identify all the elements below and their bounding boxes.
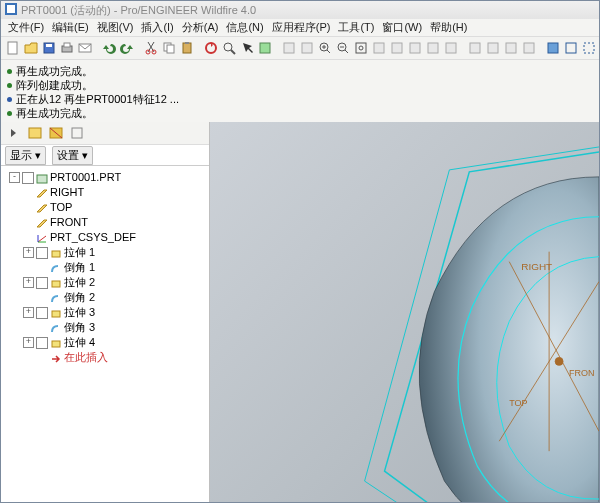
window1-icon[interactable] xyxy=(467,39,483,57)
zoom-out-icon[interactable] xyxy=(335,39,351,57)
svg-rect-53 xyxy=(52,341,60,347)
menu-edit[interactable]: 编辑(E) xyxy=(49,20,92,35)
print-icon[interactable] xyxy=(59,39,75,57)
tree-label: FRONT xyxy=(50,215,88,230)
expander-icon[interactable]: + xyxy=(23,277,34,288)
tree-node[interactable]: FRONT xyxy=(3,215,207,230)
insert-icon xyxy=(50,353,62,363)
tree-label: 拉伸 2 xyxy=(64,275,95,290)
tree-node[interactable]: +拉伸 2 xyxy=(3,275,207,290)
menu-insert[interactable]: 插入(I) xyxy=(138,20,176,35)
tree-hide-icon[interactable] xyxy=(47,124,65,142)
tree-node[interactable]: RIGHT xyxy=(3,185,207,200)
cut-icon[interactable] xyxy=(143,39,159,57)
wireframe-icon[interactable] xyxy=(563,39,579,57)
bullet-icon xyxy=(7,97,12,102)
svg-rect-19 xyxy=(302,43,312,53)
csys-icon xyxy=(36,233,48,243)
message-line: 再生成功完成。 xyxy=(7,106,593,120)
checkbox[interactable] xyxy=(22,172,34,184)
expander-icon[interactable]: + xyxy=(23,247,34,258)
checkbox[interactable] xyxy=(36,307,48,319)
paste-icon[interactable] xyxy=(179,39,195,57)
bullet-icon xyxy=(7,69,12,74)
tree-label: RIGHT xyxy=(50,185,84,200)
filter-icon[interactable] xyxy=(257,39,273,57)
menu-help[interactable]: 帮助(H) xyxy=(427,20,470,35)
zoom-in-icon[interactable] xyxy=(317,39,333,57)
checkbox[interactable] xyxy=(36,337,48,349)
graphics-viewport[interactable]: RIGHT FRON TOP xyxy=(210,122,599,502)
expander-icon[interactable]: - xyxy=(9,172,20,183)
menu-info[interactable]: 信息(N) xyxy=(223,20,266,35)
menu-file[interactable]: 文件(F) xyxy=(5,20,47,35)
feat-icon xyxy=(50,278,62,288)
part-icon xyxy=(36,173,48,183)
svg-rect-45 xyxy=(72,128,82,138)
layer-icon[interactable] xyxy=(425,39,441,57)
tree-settings-icon[interactable] xyxy=(68,124,86,142)
menu-window[interactable]: 窗口(W) xyxy=(379,20,425,35)
regen-icon[interactable] xyxy=(203,39,219,57)
open-icon[interactable] xyxy=(23,39,39,57)
select-icon[interactable] xyxy=(239,39,255,57)
zoom-all-icon[interactable] xyxy=(353,39,369,57)
tab-show[interactable]: 显示 ▾ xyxy=(5,146,46,165)
undo-icon[interactable] xyxy=(101,39,117,57)
pan-icon[interactable] xyxy=(389,39,405,57)
redo-icon[interactable] xyxy=(119,39,135,57)
tree-node[interactable]: +拉伸 4 xyxy=(3,335,207,350)
svg-rect-51 xyxy=(52,281,60,287)
tree-node[interactable]: TOP xyxy=(3,200,207,215)
find-icon[interactable] xyxy=(221,39,237,57)
measure-icon[interactable] xyxy=(299,39,315,57)
copy-icon[interactable] xyxy=(161,39,177,57)
tree-label: 在此插入 xyxy=(64,350,108,365)
view-mgr-icon[interactable] xyxy=(443,39,459,57)
svg-line-25 xyxy=(345,50,348,53)
tree-node[interactable]: 倒角 1 xyxy=(3,260,207,275)
expander-icon[interactable]: + xyxy=(23,307,34,318)
window2-icon[interactable] xyxy=(485,39,501,57)
tree-node[interactable]: PRT_CSYS_DEF xyxy=(3,230,207,245)
tab-settings[interactable]: 设置 ▾ xyxy=(52,146,93,165)
tree-label: 倒角 3 xyxy=(64,320,95,335)
menu-analyze[interactable]: 分析(A) xyxy=(179,20,222,35)
model-tree[interactable]: -PRT0001.PRTRIGHTTOPFRONTPRT_CSYS_DEF+拉伸… xyxy=(1,166,209,502)
datum-label-top: TOP xyxy=(509,398,527,408)
menu-view[interactable]: 视图(V) xyxy=(94,20,137,35)
save-icon[interactable] xyxy=(41,39,57,57)
message-line: 阵列创建成功。 xyxy=(7,78,593,92)
shade-icon[interactable] xyxy=(545,39,561,57)
menu-tool[interactable]: 工具(T) xyxy=(335,20,377,35)
svg-rect-18 xyxy=(284,43,294,53)
new-icon[interactable] xyxy=(5,39,21,57)
tree-label: PRT_CSYS_DEF xyxy=(50,230,136,245)
message-text: 再生成功完成。 xyxy=(16,64,93,78)
tree-node[interactable]: +拉伸 1 xyxy=(3,245,207,260)
tree-node[interactable]: +拉伸 3 xyxy=(3,305,207,320)
saved-view-icon[interactable] xyxy=(407,39,423,57)
menu-app[interactable]: 应用程序(P) xyxy=(269,20,334,35)
window3-icon[interactable] xyxy=(503,39,519,57)
svg-rect-42 xyxy=(29,128,41,138)
svg-line-21 xyxy=(327,50,330,53)
tree-collapse-icon[interactable] xyxy=(5,124,23,142)
tree-show-icon[interactable] xyxy=(26,124,44,142)
feat-icon xyxy=(50,248,62,258)
checkbox[interactable] xyxy=(36,247,48,259)
window4-icon[interactable] xyxy=(521,39,537,57)
window-title: PRT0001 (活动的) - Pro/ENGINEER Wildfire 4.… xyxy=(21,3,256,18)
tree-node[interactable]: -PRT0001.PRT xyxy=(3,170,207,185)
refit-icon[interactable] xyxy=(281,39,297,57)
spin-icon[interactable] xyxy=(371,39,387,57)
tree-node[interactable]: 倒角 2 xyxy=(3,290,207,305)
tree-node[interactable]: 倒角 3 xyxy=(3,320,207,335)
expander-icon[interactable]: + xyxy=(23,337,34,348)
message-text: 再生成功完成。 xyxy=(16,106,93,120)
checkbox[interactable] xyxy=(36,277,48,289)
hidden-icon[interactable] xyxy=(581,39,597,57)
svg-rect-50 xyxy=(52,251,60,257)
mail-icon[interactable] xyxy=(77,39,93,57)
tree-node[interactable]: 在此插入 xyxy=(3,350,207,365)
